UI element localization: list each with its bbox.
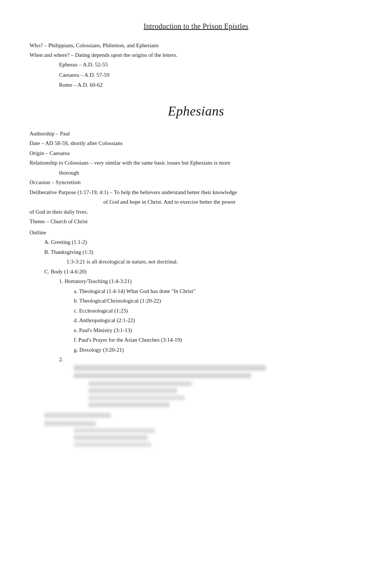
outline-a-greeting: A. Greeting (1.1-2) [44,238,362,247]
deliberative-line1: Deliberative Purpose (1:17-19; 4:1) – To… [30,188,362,197]
main-content: Authorship – Paul Date – AD 58-59, short… [30,129,362,447]
page-title: Introduction to the Prison Epistles [30,22,362,31]
outline-c1g: g. Doxology (3:20-21) [74,345,362,355]
outline-c1f: f. Paul's Prayer for the Asian Churches … [74,335,362,345]
section-title-ephesians: Ephesians [30,103,362,119]
when-line: When and where? – Dating depends upon th… [30,51,362,59]
intro-section: Who? – Philippians, Colossians, Philemon… [30,41,362,90]
who-line: Who? – Philippians, Colossians, Philemon… [30,41,362,50]
outline-c-body: C. Body (1:4-6:20) [44,267,362,277]
outline-c1c: c. Ecclesiological (1:23) [74,306,362,316]
location-rome: Rome – A.D. 60-62 [59,80,362,90]
blurred-content-block [30,365,362,447]
occasion-line: Occasion – Syncretism [30,178,362,187]
deliberative-line2: of God and hope in Christ. And to exerci… [103,197,362,207]
authorship-line: Authorship – Paul [30,129,362,139]
outline-c1a: a. Theological (1:4-14) What God has don… [74,287,362,296]
relationship-line: Relationship to Colossians – very simila… [30,158,362,168]
origin-line: Origin – Caesarea [30,149,362,158]
outline-c2: 2. [59,355,362,365]
location-list: Ephesus – A.D. 52-55 Caesarea – A.D. 57-… [59,60,362,90]
theme-line: Theme – Church of Christ [30,217,362,227]
location-ephesus: Ephesus – A.D. 52-55 [59,60,362,70]
location-caesarea: Caesarea – A.D. 57-59 [59,70,362,80]
outline-title: Outline [30,228,362,238]
outline-b-thanksgiving: B. Thanksgiving (1:3) [44,248,362,257]
outline-c1d: d. Anthropological (2:1-22) [74,316,362,325]
outline-section: Outline A. Greeting (1.1-2) B. Thanksgiv… [30,228,362,447]
deliberative-line3: of God in their daily lives. [30,207,362,217]
relationship-indent: thorough [59,168,362,178]
outline-c1b: b. Theological/Christological (1:20-22) [74,296,362,306]
date-line: Date – AD 58-59, shortly after Colossian… [30,139,362,148]
outline-c1-hortatory: 1. Hortatory/Teaching (1:4-3:21) [59,277,362,286]
outline-c1e: e. Paul's Ministry (3:1-13) [74,326,362,335]
outline-b-sub: 1:3-3:21 is all doxological in nature, n… [66,257,362,267]
